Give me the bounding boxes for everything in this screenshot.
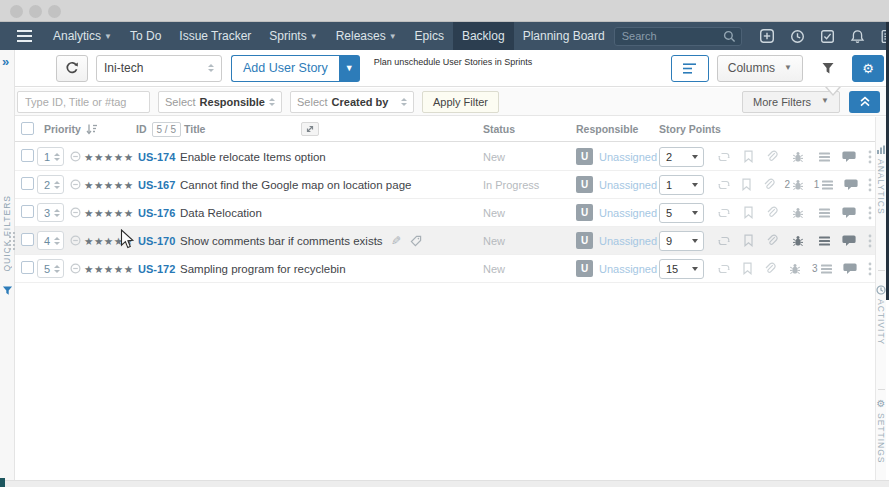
table-row[interactable]: 2 ★★★★★ US-167 Cannot find the Google ma… — [15, 171, 875, 199]
story-id-link[interactable]: US-176 — [138, 207, 180, 219]
business-value-rating[interactable]: ★★★★★ — [70, 235, 138, 247]
nav-item-epics[interactable]: Epics — [406, 22, 453, 50]
star-rating-icons[interactable]: ★★★★★ — [84, 235, 134, 247]
add-user-story-button[interactable]: Add User Story — [231, 55, 339, 82]
story-points-select[interactable]: 15 — [659, 259, 704, 279]
assignee-name[interactable]: Unassigned — [599, 151, 657, 163]
nav-item-planning-board[interactable]: Planning Board — [514, 22, 614, 50]
attachment-icon[interactable] — [765, 150, 778, 163]
row-checkbox[interactable] — [21, 261, 34, 274]
more-actions-icon[interactable] — [868, 262, 872, 276]
story-points-select[interactable]: 5 — [659, 203, 704, 223]
business-value-rating[interactable]: ★★★★★ — [70, 263, 138, 275]
status-column-header[interactable]: Status — [479, 123, 576, 135]
id-column-header[interactable]: ID 5 / 5 — [136, 122, 184, 137]
nav-item-backlog[interactable]: Backlog — [453, 22, 514, 50]
story-points-select[interactable]: 2 — [659, 147, 704, 167]
window-controls[interactable] — [10, 5, 61, 18]
follow-bookmark-icon[interactable] — [742, 262, 753, 275]
add-user-story-split-button[interactable]: Add User Story ▼ — [231, 55, 360, 82]
attachment-icon[interactable] — [765, 234, 778, 247]
follow-bookmark-icon[interactable] — [743, 234, 754, 247]
priority-stepper[interactable]: 3 — [37, 203, 64, 222]
tasks-icon[interactable]: 3 — [812, 263, 833, 275]
time-clock-icon[interactable] — [790, 29, 805, 44]
comments-icon[interactable] — [844, 178, 858, 191]
attachment-icon[interactable] — [765, 206, 778, 219]
assignee-name[interactable]: Unassigned — [599, 207, 657, 219]
notifications-bell-icon[interactable] — [850, 29, 865, 44]
clear-rating-icon[interactable] — [70, 179, 81, 190]
tag-icon[interactable] — [410, 235, 422, 247]
apply-filter-button[interactable]: Apply Filter — [422, 91, 499, 113]
minimize-window-icon[interactable] — [29, 5, 42, 18]
close-window-icon[interactable] — [10, 5, 23, 18]
collapse-filters-button[interactable] — [849, 91, 880, 113]
relations-icon[interactable] — [717, 207, 731, 219]
clear-rating-icon[interactable] — [70, 207, 81, 218]
assignee-avatar[interactable]: U — [576, 204, 593, 221]
story-title[interactable]: Enable relocate Items option — [180, 151, 326, 163]
tasks-icon[interactable] — [816, 151, 831, 163]
priority-stepper[interactable]: 1 — [37, 147, 64, 166]
bugs-icon[interactable] — [790, 234, 804, 247]
quick-add-icon[interactable] — [759, 28, 775, 44]
more-actions-icon[interactable] — [868, 150, 872, 164]
list-view-button[interactable] — [671, 55, 709, 82]
story-id-link[interactable]: US-172 — [138, 263, 180, 275]
story-id-link[interactable]: US-170 — [138, 235, 180, 247]
refresh-button[interactable] — [56, 55, 88, 82]
story-title[interactable]: Cannot find the Google map on location p… — [180, 179, 411, 191]
assignee-avatar[interactable]: U — [576, 260, 593, 277]
responsible-cell[interactable]: U Unassigned — [576, 176, 659, 193]
story-points-column-header[interactable]: Story Points — [659, 123, 875, 135]
responsible-cell[interactable]: U Unassigned — [576, 260, 659, 277]
responsible-cell[interactable]: U Unassigned — [576, 204, 659, 221]
assignee-avatar[interactable]: U — [576, 148, 593, 165]
follow-bookmark-icon[interactable] — [741, 178, 752, 191]
tasks-icon[interactable] — [816, 207, 831, 219]
project-select[interactable]: Ini-tech — [96, 55, 222, 82]
priority-stepper[interactable]: 4 — [37, 231, 64, 250]
business-value-rating[interactable]: ★★★★★ — [70, 207, 138, 219]
story-title[interactable]: Data Relocation — [180, 207, 262, 219]
nav-item-sprints[interactable]: Sprints▼ — [260, 22, 326, 50]
drag-handle[interactable] — [7, 230, 16, 252]
priority-stepper[interactable]: 2 — [37, 175, 64, 194]
story-points-select[interactable]: 1 — [659, 175, 704, 195]
relations-icon[interactable] — [717, 235, 731, 247]
story-id-link[interactable]: US-174 — [138, 151, 180, 163]
relations-icon[interactable] — [717, 151, 731, 163]
edit-pencil-icon[interactable]: ✎ — [391, 234, 401, 248]
star-rating-icons[interactable]: ★★★★★ — [84, 263, 134, 275]
filter-funnel-icon[interactable] — [2, 282, 13, 300]
tasks-icon[interactable]: 1 — [814, 179, 835, 191]
comments-icon[interactable] — [842, 206, 856, 219]
star-rating-icons[interactable]: ★★★★★ — [84, 207, 134, 219]
responsible-cell[interactable]: U Unassigned — [576, 148, 659, 165]
expand-panel-icon[interactable]: » — [2, 54, 9, 69]
table-row[interactable]: 3 ★★★★★ US-176 Data Relocation ✎ New U U… — [15, 199, 875, 227]
row-checkbox[interactable] — [21, 205, 34, 218]
filters-toggle-button[interactable] — [811, 55, 844, 82]
bugs-icon[interactable] — [790, 150, 804, 163]
story-title[interactable]: Show comments bar if comments exists — [180, 235, 383, 247]
nav-item-releases[interactable]: Releases▼ — [327, 22, 406, 50]
search-input[interactable] — [622, 30, 723, 42]
responsible-filter-select[interactable]: Select Responsible — [158, 91, 282, 113]
maximize-window-icon[interactable] — [48, 5, 61, 18]
table-row[interactable]: 1 ★★★★★ US-174 Enable relocate Items opt… — [15, 143, 875, 171]
nav-item-issue-tracker[interactable]: Issue Tracker — [170, 22, 260, 50]
priority-stepper[interactable]: 5 — [37, 259, 64, 278]
assignee-avatar[interactable]: U — [576, 176, 593, 193]
responsible-cell[interactable]: U Unassigned — [576, 232, 659, 249]
tasks-icon[interactable] — [816, 235, 831, 247]
relations-icon[interactable] — [717, 179, 731, 191]
bugs-icon[interactable]: 2 — [784, 178, 804, 191]
assignee-name[interactable]: Unassigned — [599, 179, 657, 191]
story-title[interactable]: Sampling program for recyclebin — [180, 263, 346, 275]
nav-item-todo[interactable]: To Do — [121, 22, 170, 50]
follow-bookmark-icon[interactable] — [743, 150, 754, 163]
columns-button[interactable]: Columns ▼ — [717, 55, 803, 82]
table-row[interactable]: 5 ★★★★★ US-172 Sampling program for recy… — [15, 255, 875, 283]
